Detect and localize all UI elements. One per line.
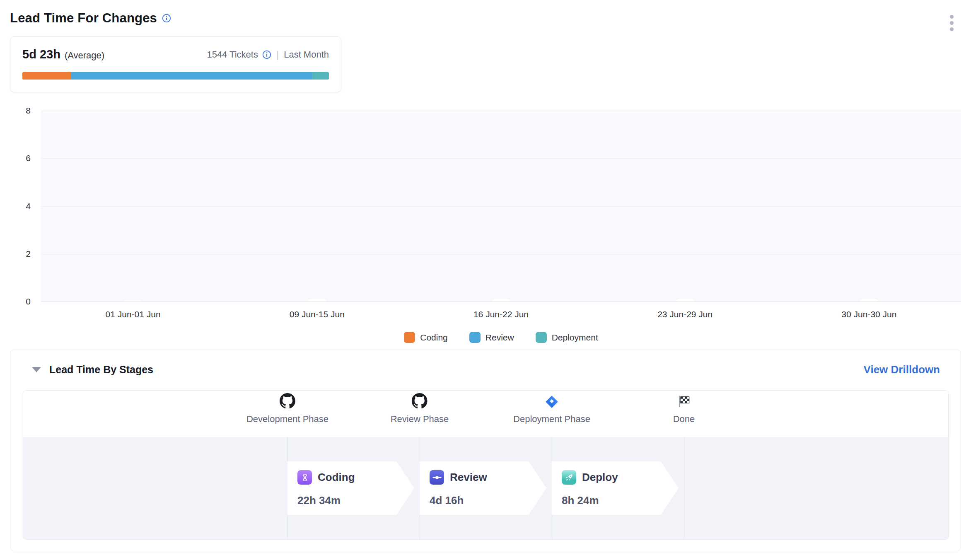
deployment-swatch-icon: [536, 332, 547, 343]
stage-card-review: Review 4d 16h: [420, 461, 546, 515]
x-axis-label: 09 Jun-15 Jun: [290, 309, 345, 319]
tickets-count: 1544 Tickets: [207, 49, 258, 60]
summary-card: 5d 23h (Average) 1544 Tickets | Last Mon…: [10, 36, 341, 92]
legend-item-coding[interactable]: Coding: [404, 332, 448, 343]
average-label: (Average): [65, 50, 104, 61]
legend-label: Review: [485, 333, 514, 343]
rocket-icon: [562, 470, 576, 485]
stacked-bar[interactable]: [308, 299, 326, 302]
bar-segment-review[interactable]: [492, 300, 510, 302]
legend-label: Coding: [420, 333, 448, 343]
bar-segment-review[interactable]: [676, 300, 694, 302]
stacked-bar[interactable]: [492, 299, 510, 302]
phase-col-development: Development Phase: [246, 391, 328, 425]
phase-label: Deployment Phase: [513, 414, 590, 425]
phase-label: Done: [673, 414, 695, 425]
legend-item-review[interactable]: Review: [469, 332, 514, 343]
lead-time-widget: Lead Time For Changes 5d 23h (Average) 1…: [0, 0, 971, 560]
widget-header: Lead Time For Changes: [10, 11, 961, 26]
period-label: Last Month: [284, 49, 329, 60]
stage-card-deploy: Deploy 8h 24m: [552, 461, 679, 515]
x-axis-label: 30 Jun-30 Jun: [841, 309, 896, 319]
bar-segment-review[interactable]: [308, 300, 326, 302]
phase-header-row: Development Phase Review Phase: [23, 391, 948, 437]
progress-segment-review: [71, 72, 312, 80]
x-axis-label: 16 Jun-22 Jun: [473, 309, 529, 319]
stage-name: Deploy: [582, 471, 618, 484]
y-axis-tick: 2: [10, 249, 31, 259]
commit-icon: [430, 470, 444, 485]
phase-label: Development Phase: [246, 414, 328, 425]
y-axis-tick: 4: [10, 201, 31, 211]
lead-time-by-stages-panel: Lead Time By Stages View Drilldown Devel…: [10, 350, 961, 551]
chart-legend: Coding Review Deployment: [41, 332, 961, 343]
kebab-menu-icon[interactable]: [948, 13, 955, 33]
stages-panel-title: Lead Time By Stages: [49, 364, 153, 376]
review-swatch-icon: [469, 332, 481, 343]
hourglass-icon: [297, 470, 312, 485]
bar-segment-review[interactable]: [860, 300, 878, 302]
caret-down-icon[interactable]: [32, 367, 41, 372]
checkered-flag-icon: [673, 391, 695, 409]
legend-item-deployment[interactable]: Deployment: [536, 332, 598, 343]
stage-name: Review: [450, 471, 487, 484]
summary-progress-bar: [22, 72, 329, 80]
page-title: Lead Time For Changes: [10, 11, 157, 26]
stacked-bar[interactable]: [124, 300, 142, 302]
y-axis-tick: 8: [10, 106, 31, 116]
stages-table: Development Phase Review Phase: [23, 390, 949, 540]
x-axis-label: 01 Jun-01 Jun: [106, 309, 161, 319]
progress-segment-deployment: [312, 72, 329, 80]
bar-segment-coding[interactable]: [124, 300, 142, 302]
info-icon[interactable]: [162, 14, 171, 23]
phase-col-deployment: Deployment Phase: [513, 391, 590, 425]
legend-label: Deployment: [552, 333, 598, 343]
view-drilldown-link[interactable]: View Drilldown: [864, 363, 940, 376]
info-icon[interactable]: [262, 50, 271, 59]
average-value: 5d 23h: [22, 48, 60, 61]
coding-swatch-icon: [404, 332, 415, 343]
github-icon: [246, 391, 328, 409]
x-axis-label: 23 Jun-29 Jun: [657, 309, 713, 319]
x-axis: 01 Jun-01 Jun 09 Jun-15 Jun 16 Jun-22 Ju…: [41, 302, 961, 321]
github-icon: [391, 391, 449, 409]
stage-name: Coding: [318, 471, 355, 484]
separator: |: [276, 49, 279, 60]
y-axis-tick: 0: [10, 297, 31, 307]
y-axis-tick: 6: [10, 153, 31, 163]
stage-duration: 22h 34m: [297, 494, 414, 507]
phase-col-done: Done: [673, 391, 695, 425]
lead-time-chart: 8 6 4 2 0 01 Jun-01 Jun 09 Jun-15 Jun 16…: [10, 111, 961, 343]
chart-plot: 8 6 4 2 0: [41, 111, 961, 302]
stage-card-coding: Coding 22h 34m: [287, 461, 414, 515]
stages-body: Coding 22h 34m Review 4d 16h: [23, 437, 948, 539]
phase-col-review: Review Phase: [391, 391, 449, 425]
jira-diamond-icon: [513, 391, 590, 409]
phase-label: Review Phase: [391, 414, 449, 425]
progress-segment-coding: [22, 72, 71, 80]
stage-duration: 8h 24m: [562, 494, 679, 507]
stacked-bar[interactable]: [860, 299, 878, 302]
stage-duration: 4d 16h: [430, 494, 546, 507]
stacked-bar[interactable]: [676, 299, 694, 302]
